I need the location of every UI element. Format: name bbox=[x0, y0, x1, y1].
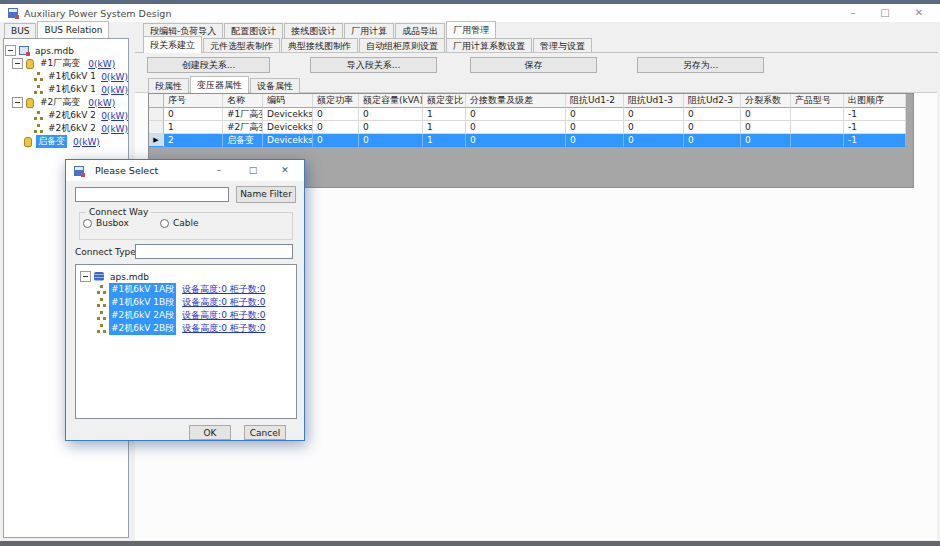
dialog-tree-item[interactable]: #1机6kV 1A段设备高度:0 柜子数:0 bbox=[76, 283, 296, 296]
row-selector-arrow-icon[interactable]: ▶ bbox=[149, 134, 164, 147]
tab-menu-3[interactable]: 厂用计算 bbox=[344, 23, 394, 38]
grid-cell[interactable]: 0 bbox=[313, 108, 359, 121]
grid-cell[interactable]: 0 bbox=[684, 121, 741, 134]
grid-column-header[interactable]: 名称 bbox=[223, 94, 263, 108]
grid-column-header[interactable]: 阻抗Ud2-3 bbox=[684, 94, 741, 108]
tree-node[interactable]: #1机6kV 1A段0(kW) bbox=[4, 70, 128, 83]
grid-cell[interactable]: 1 bbox=[423, 121, 466, 134]
power-link[interactable]: 0(kW) bbox=[101, 111, 128, 121]
power-link[interactable]: 0(kW) bbox=[101, 72, 128, 82]
grid-column-header[interactable]: 出图顺序 bbox=[844, 94, 906, 108]
power-link[interactable]: 0(kW) bbox=[101, 124, 128, 134]
grid-column-header[interactable]: 阻抗Ud1-2 bbox=[566, 94, 624, 108]
cancel-button[interactable]: Cancel bbox=[244, 425, 286, 440]
save-as-button[interactable]: 另存为... bbox=[637, 57, 764, 73]
power-link[interactable]: 0(kW) bbox=[88, 98, 115, 108]
tab-ribbon-0[interactable]: 段关系建立 bbox=[143, 36, 202, 53]
grid-cell[interactable]: 0 bbox=[624, 108, 684, 121]
power-link[interactable]: 0(kW) bbox=[101, 85, 128, 95]
tree-node-label[interactable]: #1机6kV 1A段 bbox=[46, 70, 95, 83]
tab-menu-5[interactable]: 厂用管理 bbox=[446, 21, 496, 38]
tree-node[interactable]: #2机6kV 2B段0(kW) bbox=[4, 122, 128, 135]
grid-cell[interactable]: 0 bbox=[313, 134, 359, 147]
ok-button[interactable]: OK bbox=[189, 425, 231, 440]
tree-node-label[interactable]: #1厂高变 bbox=[38, 57, 82, 70]
close-button[interactable]: ✕ bbox=[904, 4, 934, 22]
grid-cell[interactable]: Devicekks bbox=[263, 134, 313, 147]
grid-cell[interactable]: 0 bbox=[566, 134, 624, 147]
grid-column-header[interactable]: 分接数量及级差 bbox=[466, 94, 566, 108]
tab-ribbon-3[interactable]: 自动组柜原则设置 bbox=[359, 38, 445, 53]
maximize-button[interactable]: □ bbox=[870, 4, 900, 22]
grid-column-header[interactable]: 额定功率 bbox=[313, 94, 359, 108]
grid-column-header[interactable]: 产品型号 bbox=[791, 94, 844, 108]
grid-cell[interactable]: 0 bbox=[359, 121, 423, 134]
grid-cell[interactable]: 0 bbox=[466, 121, 566, 134]
grid-cell[interactable]: 启备变 bbox=[223, 134, 263, 147]
grid-cell[interactable]: Devicekks bbox=[263, 121, 313, 134]
minimize-button[interactable]: – bbox=[838, 4, 868, 22]
grid-cell[interactable]: 0 bbox=[164, 108, 223, 121]
tab-menu-4[interactable]: 成品导出 bbox=[395, 23, 445, 38]
dialog-tree-item-label[interactable]: #1机6kV 1A段 bbox=[109, 283, 176, 296]
tree-node-label[interactable]: #2厂高变 bbox=[38, 96, 82, 109]
tree-node-label[interactable]: #1机6kV 1B段 bbox=[46, 83, 95, 96]
collapse-icon[interactable] bbox=[12, 97, 23, 108]
cabinet-info-link[interactable]: 设备高度:0 柜子数:0 bbox=[182, 309, 265, 322]
grid-cell[interactable]: 0 bbox=[624, 134, 684, 147]
grid-cell[interactable]: -1 bbox=[844, 121, 906, 134]
grid-row[interactable]: ▶2启备变Devicekks00100000-1 bbox=[149, 134, 913, 147]
tab-ribbon-1[interactable]: 元件选型表制作 bbox=[203, 38, 280, 53]
grid-column-header[interactable]: 分裂系数 bbox=[741, 94, 791, 108]
tab-bus-0[interactable]: BUS bbox=[4, 23, 36, 38]
tree-node-label[interactable]: #2机6kV 2A段 bbox=[46, 109, 95, 122]
dialog-close-button[interactable]: ✕ bbox=[272, 160, 298, 180]
tab-prop-1[interactable]: 变压器属性 bbox=[190, 76, 249, 93]
grid-cell[interactable]: 0 bbox=[359, 108, 423, 121]
grid-column-header[interactable]: 编码 bbox=[263, 94, 313, 108]
grid-cell[interactable]: -1 bbox=[844, 108, 906, 121]
grid-cell[interactable]: 0 bbox=[624, 121, 684, 134]
grid-column-header[interactable]: 额定变比 bbox=[423, 94, 466, 108]
grid-cell[interactable]: 0 bbox=[466, 108, 566, 121]
grid-cell[interactable]: 0 bbox=[466, 134, 566, 147]
dialog-tree-item-label[interactable]: #2机6kV 2B段 bbox=[109, 322, 176, 335]
cabinet-info-link[interactable]: 设备高度:0 柜子数:0 bbox=[182, 322, 265, 335]
import-relation-button[interactable]: 导入段关系... bbox=[310, 57, 437, 73]
tree-node[interactable]: #1厂高变0(kW) bbox=[4, 57, 128, 70]
grid-cell[interactable]: 2 bbox=[164, 134, 223, 147]
grid-cell[interactable]: 1 bbox=[423, 108, 466, 121]
tree-node[interactable]: 启备变0(kW) bbox=[4, 135, 128, 148]
grid-cell[interactable]: 0 bbox=[684, 108, 741, 121]
name-filter-button[interactable]: Name Filter bbox=[236, 186, 296, 203]
grid-column-header[interactable]: 额定容量(kVA) bbox=[359, 94, 423, 108]
grid-cell[interactable]: 0 bbox=[566, 108, 624, 121]
radio-busbox[interactable]: Busbox bbox=[83, 218, 129, 228]
collapse-icon[interactable] bbox=[12, 58, 23, 69]
row-selector-cell[interactable] bbox=[149, 108, 164, 121]
dialog-tree-item[interactable]: #1机6kV 1B段设备高度:0 柜子数:0 bbox=[76, 296, 296, 309]
dialog-tree-item[interactable]: #2机6kV 2A段设备高度:0 柜子数:0 bbox=[76, 309, 296, 322]
tree-node[interactable]: #2厂高变0(kW) bbox=[4, 96, 128, 109]
grid-column-header[interactable]: 阻抗Ud1-3 bbox=[624, 94, 684, 108]
tab-menu-2[interactable]: 接线图设计 bbox=[284, 23, 343, 38]
tab-ribbon-4[interactable]: 厂用计算系数设置 bbox=[446, 38, 532, 53]
tab-prop-2[interactable]: 设备属性 bbox=[250, 78, 300, 93]
grid-cell[interactable]: 0 bbox=[741, 134, 791, 147]
grid-cell[interactable]: 0 bbox=[313, 121, 359, 134]
tab-prop-0[interactable]: 段属性 bbox=[148, 78, 189, 93]
tab-bus-1[interactable]: BUS Relation bbox=[37, 21, 109, 38]
grid-cell[interactable]: 1 bbox=[423, 134, 466, 147]
power-link[interactable]: 0(kW) bbox=[88, 59, 115, 69]
collapse-icon[interactable] bbox=[80, 271, 91, 282]
grid-cell[interactable]: #1厂高变 bbox=[223, 108, 263, 121]
grid-row[interactable]: 0#1厂高变Devicekks00100000-1 bbox=[149, 108, 913, 121]
grid-row[interactable]: 1#2厂高变Devicekks00100000-1 bbox=[149, 121, 913, 134]
tree-node[interactable]: #2机6kV 2A段0(kW) bbox=[4, 109, 128, 122]
grid-cell[interactable]: #2厂高变 bbox=[223, 121, 263, 134]
grid-column-header[interactable]: 序号 bbox=[164, 94, 223, 108]
row-selector-cell[interactable] bbox=[149, 121, 164, 134]
save-button[interactable]: 保存 bbox=[470, 57, 597, 73]
tree-node-label[interactable]: #2机6kV 2B段 bbox=[46, 122, 95, 135]
radio-cable[interactable]: Cable bbox=[160, 218, 199, 228]
